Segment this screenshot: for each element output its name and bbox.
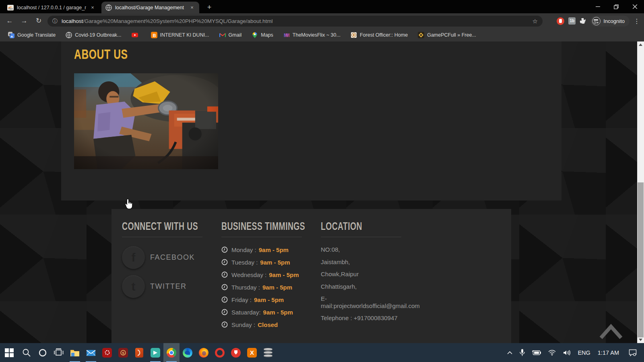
- extensions-puzzle-icon[interactable]: [580, 18, 586, 25]
- battery-icon[interactable]: [530, 343, 543, 362]
- site-info-icon[interactable]: ⓘ: [52, 18, 58, 25]
- opera-button[interactable]: [212, 343, 228, 362]
- mail-button[interactable]: [83, 343, 99, 362]
- page-scrollbar[interactable]: [637, 41, 644, 343]
- close-button[interactable]: [625, 0, 644, 13]
- taskbar-search-button[interactable]: [19, 343, 35, 362]
- task-view-button[interactable]: [51, 343, 67, 362]
- filmora-icon: [151, 348, 160, 358]
- reload-button[interactable]: ↻: [34, 16, 43, 26]
- mysql-db-button[interactable]: [260, 343, 276, 362]
- bookmark-label: Covid-19 Outbreak...: [75, 32, 121, 38]
- connect-title: CONNECT WITH US: [122, 220, 189, 233]
- chrome-button[interactable]: [163, 343, 180, 362]
- task-view-icon: [54, 348, 64, 357]
- xampp-button[interactable]: X: [244, 343, 260, 362]
- svg-text:PMA: PMA: [8, 8, 13, 10]
- social-icon[interactable]: f: [122, 246, 145, 269]
- about-section: ABOUT US: [61, 41, 561, 201]
- back-to-top-icon[interactable]: [599, 320, 623, 340]
- extensions-area: 1b Incognito ⋮: [557, 13, 644, 29]
- restore-button[interactable]: [607, 0, 625, 13]
- firefox-button[interactable]: [196, 343, 212, 362]
- svg-text:S: S: [122, 351, 124, 355]
- file-explorer-button[interactable]: [67, 343, 83, 362]
- clock-icon: [221, 259, 228, 265]
- timing-row: Wednesday : 9am - 5pm: [221, 271, 315, 278]
- timing-time: 9am - 5pm: [260, 259, 290, 266]
- location-line: Jaistambh,: [321, 259, 421, 266]
- edge-icon: [183, 348, 192, 358]
- app-orange-button[interactable]: [131, 343, 147, 362]
- tab-garage-about[interactable]: localhost/Garage Management S ×: [101, 2, 199, 13]
- divider: [122, 237, 202, 237]
- bookmark-gamepcfull[interactable]: GamePCFull » Free...: [415, 31, 479, 39]
- scrollbar-down-arrow[interactable]: [637, 337, 644, 343]
- edge-button[interactable]: [180, 343, 196, 362]
- incognito-badge: Incognito: [590, 16, 630, 27]
- microphone-icon[interactable]: [517, 343, 527, 362]
- browser-menu-icon[interactable]: ⋮: [634, 17, 640, 25]
- adblock-icon[interactable]: [557, 17, 564, 25]
- forward-button[interactable]: →: [19, 16, 29, 26]
- start-button[interactable]: [0, 343, 19, 362]
- back-button[interactable]: ←: [5, 16, 14, 26]
- svg-text:A: A: [9, 33, 11, 36]
- tab-close-icon[interactable]: ×: [89, 4, 96, 11]
- scrollbar-thumb[interactable]: [638, 182, 644, 337]
- clock-time[interactable]: 1:17 AM: [595, 343, 621, 362]
- location-lines: NO:08, Jaistambh, Chowk,Raipur Chhattisg…: [321, 246, 421, 322]
- wifi-icon[interactable]: [546, 343, 558, 362]
- onetab-icon[interactable]: 1b: [568, 17, 576, 25]
- timing-time: 9am - 5pm: [254, 296, 284, 303]
- taskbar-cortana-button[interactable]: [35, 343, 51, 362]
- timing-row: Monday : 9am - 5pm: [221, 246, 315, 253]
- firefox-icon: [199, 348, 208, 358]
- volume-icon[interactable]: [561, 343, 573, 362]
- mechanic-photo: [74, 73, 218, 169]
- tab-phpmyadmin[interactable]: PMA localhost / 127.0.0.1 / garage_ma ×: [3, 2, 100, 13]
- bookmark-forest-officer[interactable]: Forest Officer:: Home: [348, 31, 410, 39]
- timing-day: Thursday :: [231, 284, 260, 291]
- social-link[interactable]: t TWITTER: [122, 275, 215, 298]
- social-icon[interactable]: t: [122, 275, 145, 298]
- social-label[interactable]: FACEBOOK: [150, 253, 195, 262]
- bookmark-maps[interactable]: Maps: [249, 31, 276, 39]
- timing-time: 9am - 5pm: [259, 246, 289, 253]
- page-footer: CONNECT WITH US f FACEBOOK t TWITTER BUS…: [111, 209, 511, 343]
- clock-icon: [221, 284, 228, 290]
- new-tab-button[interactable]: +: [204, 2, 215, 13]
- bookmarks-bar: a A Google Translate Covid-19 Outbreak..…: [0, 29, 644, 41]
- scrollbar-up-arrow[interactable]: [637, 41, 644, 48]
- language-indicator[interactable]: ENG: [575, 343, 592, 362]
- brave-button[interactable]: [228, 343, 244, 362]
- social-label[interactable]: TWITTER: [150, 282, 186, 291]
- tray-chevron-up-icon[interactable]: [505, 343, 515, 362]
- divider: [321, 237, 401, 237]
- minimize-button[interactable]: [588, 0, 607, 13]
- game-red-s-button[interactable]: S: [115, 343, 131, 362]
- footer-timings-column: BUSINESS TIMMINGS Monday : 9am - 5pm: [221, 220, 315, 333]
- bookmark-gmail[interactable]: Gmail: [217, 31, 244, 39]
- bookmark-covid19[interactable]: Covid-19 Outbreak...: [63, 31, 124, 39]
- blogger-icon: B: [151, 32, 157, 38]
- bookmark-star-icon[interactable]: ☆: [533, 18, 538, 25]
- bookmark-moviesflix[interactable]: M M TheMoviesFlix ~ 30...: [281, 31, 343, 39]
- opera-icon: [215, 348, 225, 358]
- bookmark-label: Forest Officer:: Home: [360, 32, 408, 38]
- timing-day: Wednesday :: [231, 271, 266, 278]
- game-red-gear-button[interactable]: [99, 343, 115, 362]
- bookmark-label: Google Translate: [17, 32, 56, 38]
- windows-taskbar: S X: [0, 343, 644, 362]
- tab-close-icon[interactable]: ×: [189, 4, 195, 11]
- address-bar[interactable]: ⓘ localhost/Garage%20Management%20System…: [47, 16, 543, 27]
- bookmark-label: Gmail: [229, 32, 242, 38]
- social-link[interactable]: f FACEBOOK: [122, 246, 215, 269]
- clock-icon: [221, 271, 228, 278]
- gamepc-diamond-icon: [418, 32, 424, 38]
- bookmark-blogger[interactable]: B INTERNET KI DUNI...: [149, 31, 212, 39]
- filmora-button[interactable]: [147, 343, 163, 362]
- bookmark-google-translate[interactable]: a A Google Translate: [6, 31, 58, 39]
- bookmark-youtube[interactable]: [129, 31, 143, 39]
- action-center-icon[interactable]: [624, 343, 642, 362]
